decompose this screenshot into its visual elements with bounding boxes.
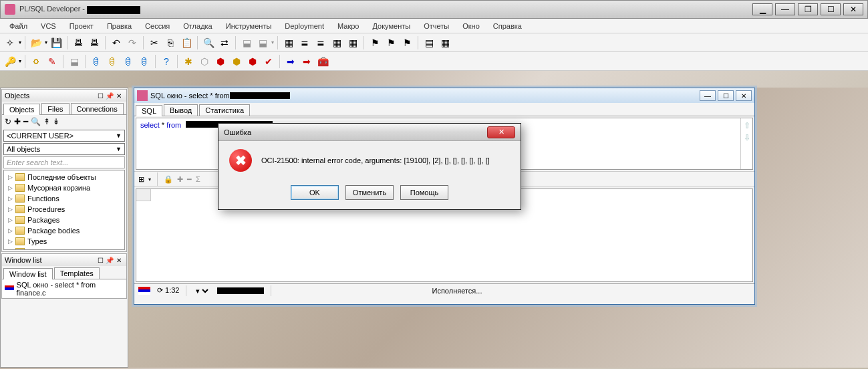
hex5-icon[interactable]: ✔ [261, 54, 276, 69]
dialog-titlebar[interactable]: Ошибка ✕ [219, 124, 521, 141]
wl-close-icon[interactable]: ✕ [114, 255, 124, 265]
db2-icon[interactable]: 🛢 [105, 54, 120, 69]
stop-icon[interactable]: 🧰 [315, 54, 330, 69]
menu-window[interactable]: Окно [457, 21, 485, 31]
db3-icon[interactable]: 🛢 [121, 54, 136, 69]
menu-debug[interactable]: Отладка [178, 21, 217, 31]
break-icon[interactable]: ⭘ [29, 54, 43, 69]
bookmark2-icon[interactable]: ⚑ [384, 35, 398, 50]
minimize-button[interactable]: ▁ [752, 3, 772, 15]
menu-session[interactable]: Сессия [140, 21, 175, 31]
bookmark3-icon[interactable]: ⚑ [400, 35, 414, 50]
tab-sql[interactable]: SQL [136, 105, 162, 116]
find2-icon[interactable]: 🔍 [31, 117, 41, 126]
child-maximize-button[interactable]: ☐ [718, 90, 734, 101]
find-icon[interactable]: 🔍 [201, 35, 216, 50]
search-input[interactable]: Enter search text... [3, 156, 125, 168]
refresh-icon[interactable]: ↻ [5, 117, 11, 126]
up-icon[interactable]: ↟ [43, 117, 50, 126]
explain-icon[interactable]: ⬓ [239, 35, 254, 50]
panel-dock-icon[interactable]: ☐ [96, 91, 105, 100]
windows-icon[interactable]: ▤ [422, 35, 436, 50]
help-icon[interactable]: ? [159, 54, 174, 69]
new-icon[interactable]: ✧ [3, 35, 17, 50]
sql-window-titlebar[interactable]: SQL окно - select * from — ☐ ✕ [134, 88, 754, 103]
tab-templates[interactable]: Templates [54, 267, 100, 279]
paste-icon[interactable]: 📋 [179, 35, 194, 50]
menu-tools[interactable]: Инструменты [221, 21, 277, 31]
plus-icon[interactable]: ✚ [177, 175, 183, 184]
first-icon[interactable]: Σ [196, 175, 200, 183]
help-button[interactable]: Помощь [400, 185, 448, 200]
tab-connections[interactable]: Connections [71, 103, 124, 114]
hex4-icon[interactable]: ⬢ [245, 54, 260, 69]
menu-macro[interactable]: Макро [332, 21, 364, 31]
copy-icon[interactable]: ⎘ [163, 35, 178, 50]
print2-icon[interactable]: 🖶 [87, 35, 102, 50]
wl-pin-icon[interactable]: 📌 [105, 255, 114, 265]
ok-button[interactable]: OK [291, 185, 339, 200]
menu-project[interactable]: Проект [64, 21, 99, 31]
tab-output[interactable]: Вывод [164, 104, 198, 116]
gear-icon[interactable]: ✱ [181, 54, 196, 69]
tab-files[interactable]: Files [41, 103, 69, 114]
hex3-icon[interactable]: ⬢ [229, 54, 244, 69]
sqlwin-icon[interactable]: ▦ [281, 35, 296, 50]
panel-close-icon[interactable]: ✕ [114, 91, 124, 100]
explain2-icon[interactable]: ⬓ [255, 35, 270, 50]
menu-deployment[interactable]: Deployment [279, 21, 329, 31]
hex1-icon[interactable]: ⬡ [197, 54, 212, 69]
child-minimize-button[interactable]: — [700, 90, 716, 101]
down-icon[interactable]: ↡ [53, 117, 59, 126]
tab-windowlist[interactable]: Window list [3, 268, 53, 279]
maximize-button[interactable]: ☐ [821, 3, 841, 15]
redo-icon[interactable]: ↷ [125, 35, 140, 50]
run-icon[interactable]: ➡ [283, 54, 298, 69]
tab-stats[interactable]: Статистика [199, 104, 250, 116]
add-icon[interactable]: ✚ [14, 117, 21, 126]
grid-icon[interactable]: ⊞ [138, 175, 144, 184]
undo-icon[interactable]: ↶ [109, 35, 124, 50]
hex2-icon[interactable]: ⬢ [213, 54, 228, 69]
tab-objects[interactable]: Objects [3, 104, 40, 115]
minus-icon[interactable]: ━ [187, 175, 192, 184]
restore2-button[interactable]: ❐ [798, 3, 818, 15]
bookmark-icon[interactable]: ⚑ [368, 35, 382, 50]
db4-icon[interactable]: 🛢 [137, 54, 152, 69]
restore-button[interactable]: — [775, 3, 795, 15]
findrepeat-icon[interactable]: ⇄ [217, 35, 232, 50]
indent-icon[interactable]: ≣ [297, 35, 312, 50]
wl-dock-icon[interactable]: ☐ [96, 255, 105, 265]
pen-icon[interactable]: ✎ [45, 54, 59, 69]
nav-up-icon[interactable]: ⇧ [744, 121, 750, 130]
filter-combo[interactable]: All objects▼ [3, 143, 125, 155]
cut-icon[interactable]: ✂ [147, 35, 162, 50]
child-close-button[interactable]: ✕ [736, 90, 752, 101]
status-combo[interactable]: ▾ [193, 286, 210, 295]
del-icon[interactable]: ━ [23, 117, 28, 126]
something-icon[interactable]: ⬓ [67, 54, 82, 69]
menu-file[interactable]: Файл [4, 21, 33, 31]
key-icon[interactable]: 🔑 [3, 54, 17, 69]
print-icon[interactable]: 🖶 [71, 35, 86, 50]
user-combo[interactable]: <CURRENT USER>▼ [3, 130, 125, 142]
outdent-icon[interactable]: ≣ [313, 35, 328, 50]
menu-vcs[interactable]: VCS [35, 21, 61, 31]
menu-reports[interactable]: Отчеты [418, 21, 454, 31]
assist-icon[interactable]: ▦ [345, 35, 360, 50]
run2-icon[interactable]: ➡ [299, 54, 314, 69]
close-button[interactable]: ✕ [843, 3, 863, 15]
object-tree[interactable]: ▷Последние объекты ▷Мусорная корзина ▷Fu… [3, 170, 125, 250]
windows2-icon[interactable]: ▦ [438, 35, 452, 50]
lock-icon[interactable]: 🔒 [164, 175, 173, 184]
menu-documents[interactable]: Документы [367, 21, 416, 31]
beauty-icon[interactable]: ▦ [329, 35, 344, 50]
menu-help[interactable]: Справка [488, 21, 527, 31]
open-icon[interactable]: 📂 [29, 35, 43, 50]
cancel-button[interactable]: Отменить [345, 185, 394, 200]
windowlist-item[interactable]: SQL окно - select * from finance.c [2, 279, 126, 298]
nav-down-icon[interactable]: ⇩ [744, 133, 750, 142]
dialog-close-button[interactable]: ✕ [487, 126, 515, 138]
panel-pin-icon[interactable]: 📌 [105, 91, 114, 100]
menu-edit[interactable]: Правка [102, 21, 137, 31]
